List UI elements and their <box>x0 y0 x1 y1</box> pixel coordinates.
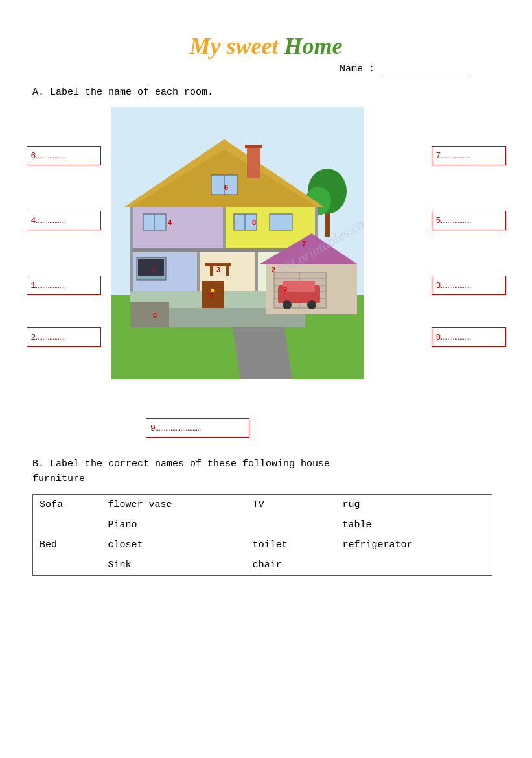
word-sink: Sink <box>101 555 246 576</box>
title-home: Home <box>279 33 343 59</box>
word-refrigerator: refrigerator <box>336 535 492 555</box>
word-bank-row-4: Sink chair <box>33 555 492 576</box>
svg-rect-39 <box>138 259 164 276</box>
svg-rect-41 <box>210 266 213 276</box>
svg-text:0: 0 <box>153 311 157 319</box>
word-closet: closet <box>101 535 246 555</box>
label-box-2[interactable]: 2……………… <box>27 327 101 347</box>
svg-rect-15 <box>130 302 169 327</box>
word-empty-3 <box>33 555 102 576</box>
word-bank-row-1: Sofa flower vase TV rug <box>33 495 492 515</box>
word-chair: chair <box>246 555 336 576</box>
svg-rect-32 <box>223 207 226 248</box>
word-bank-table: Sofa flower vase TV rug Piano table Bed … <box>32 494 492 576</box>
word-empty-1 <box>33 515 102 535</box>
svg-text:9: 9 <box>283 285 287 293</box>
svg-text:5: 5 <box>210 292 214 300</box>
section-a-label: A. Label the name of each room. <box>32 87 506 98</box>
label-box-1[interactable]: 1……………… <box>27 276 101 295</box>
title-my: My <box>190 33 221 59</box>
name-field-area: Name : <box>26 64 467 75</box>
word-piano: Piano <box>101 515 246 535</box>
label-box-5[interactable]: 5……………… <box>432 211 506 230</box>
label-box-3[interactable]: 3……………… <box>432 276 506 295</box>
word-tv: TV <box>246 495 336 515</box>
svg-point-56 <box>283 300 292 309</box>
label-box-7[interactable]: 7……………… <box>432 146 506 165</box>
label-box-6[interactable]: 6……………… <box>27 146 101 165</box>
word-bank-row-3: Bed closet toilet refrigerator <box>33 535 492 555</box>
label-box-4[interactable]: 4……………… <box>27 211 101 230</box>
svg-rect-19 <box>245 145 262 148</box>
word-bank-row-2: Piano table <box>33 515 492 535</box>
word-empty-2 <box>246 515 336 535</box>
name-label: Name : <box>340 64 375 75</box>
word-toilet: toilet <box>246 535 336 555</box>
svg-text:6: 6 <box>224 184 228 191</box>
svg-point-57 <box>307 300 316 309</box>
name-underline[interactable] <box>383 64 467 75</box>
svg-text:1: 1 <box>152 266 156 274</box>
svg-rect-42 <box>226 266 229 276</box>
house-area: 6……………… 4……………… 1……………… 2……………… 7……………… … <box>27 107 506 412</box>
svg-rect-37 <box>270 214 292 230</box>
svg-rect-55 <box>283 281 315 292</box>
svg-rect-18 <box>247 146 260 178</box>
house-illustration: 6 4 8 1 3 2 5 0 9 7 ESLprintables.com <box>111 107 364 379</box>
word-table: table <box>336 515 492 535</box>
word-empty-4 <box>336 555 492 576</box>
svg-text:2: 2 <box>272 266 275 274</box>
title-sweet: sweet <box>221 33 279 59</box>
svg-rect-31 <box>255 252 258 291</box>
label-box-8[interactable]: 8……………… <box>432 327 506 347</box>
svg-text:4: 4 <box>168 219 172 226</box>
svg-text:7: 7 <box>302 240 306 248</box>
section-b-label: B. Label the correct names of these foll… <box>32 457 506 486</box>
label-box-9[interactable]: 9……………………… <box>146 418 249 438</box>
word-rug: rug <box>336 495 492 515</box>
svg-text:8: 8 <box>252 219 256 226</box>
word-flower-vase: flower vase <box>101 495 246 515</box>
svg-text:3: 3 <box>216 266 220 274</box>
word-sofa: Sofa <box>33 495 102 515</box>
page-title: My sweet Home <box>26 32 506 60</box>
word-bed: Bed <box>33 535 102 555</box>
svg-rect-28 <box>130 207 133 292</box>
svg-rect-30 <box>197 252 200 291</box>
